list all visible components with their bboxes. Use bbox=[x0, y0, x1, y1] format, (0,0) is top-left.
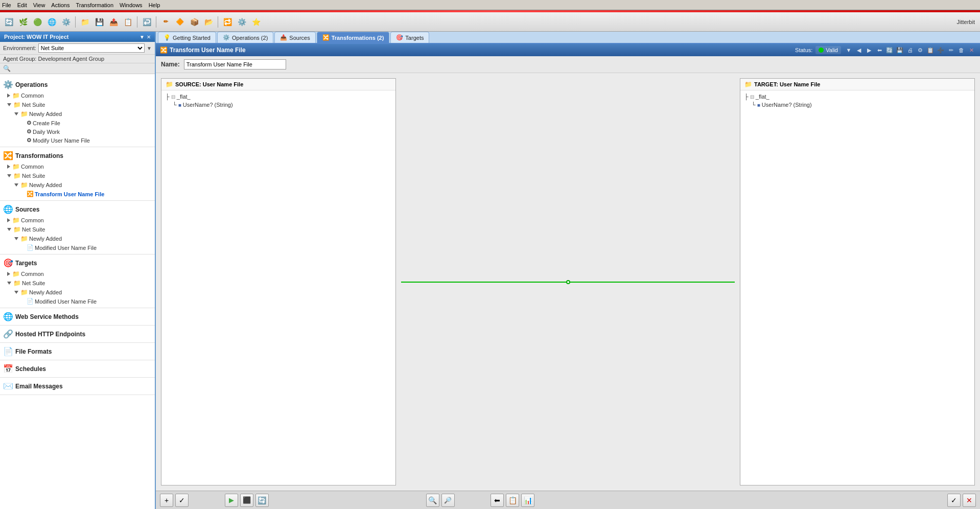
canvas-play-btn[interactable]: ▶ bbox=[225, 494, 238, 507]
canvas-close-btn[interactable]: ✕ bbox=[963, 494, 976, 507]
toolbar-btn-8[interactable]: 📤 bbox=[107, 15, 120, 29]
target-flat-row[interactable]: ├ ⊟ _flat_ bbox=[744, 92, 970, 101]
tgt-modified-file[interactable]: 📄 Modified User Name File bbox=[0, 297, 155, 306]
source-flat-row[interactable]: ├ ⊟ _flat_ bbox=[166, 92, 391, 101]
src-netsuite[interactable]: 📁 Net Suite bbox=[0, 225, 155, 234]
src-modified-file[interactable]: 📄 Modified User Name File bbox=[0, 243, 155, 252]
ops-modify-username[interactable]: ⚙ Modify User Name File bbox=[0, 136, 155, 145]
tab-trans-label: Transformations (2) bbox=[332, 35, 384, 41]
toolbar-btn-refresh[interactable]: 🔁 bbox=[221, 15, 234, 29]
canvas-check-btn[interactable]: ✓ bbox=[175, 494, 189, 507]
tab-getting-started[interactable]: 💡 Getting Started bbox=[158, 32, 216, 43]
section-sched-header[interactable]: 📅 Schedules bbox=[0, 362, 155, 375]
section-web-service-header[interactable]: 🌐 Web Service Methods bbox=[0, 310, 155, 323]
trans-netsuite-label: Net Suite bbox=[22, 173, 45, 179]
close-icon[interactable]: ✕ bbox=[147, 34, 151, 40]
main-container: Project: WOW IT Project ▼ ✕ Environment:… bbox=[0, 32, 980, 509]
tab-operations[interactable]: ⚙️ Operations (2) bbox=[217, 32, 273, 43]
ops-create-file[interactable]: ⚙ Create File bbox=[0, 119, 155, 127]
toolbar-btn-7[interactable]: 💾 bbox=[92, 15, 106, 29]
toolbar-btn-1[interactable]: 🔄 bbox=[2, 15, 15, 29]
menu-transformation[interactable]: Transformation bbox=[76, 2, 113, 8]
trans-common[interactable]: 📁 Common bbox=[0, 162, 155, 171]
src-newly-added[interactable]: 📁 Newly Added bbox=[0, 234, 155, 243]
header-icon-gear[interactable]: ⚙ bbox=[916, 45, 925, 55]
toolbar-btn-4[interactable]: 🌐 bbox=[45, 15, 58, 29]
section-email-icon: ✉️ bbox=[3, 381, 13, 391]
ops-daily-work[interactable]: ⚙ Daily Work bbox=[0, 127, 155, 136]
left-panel-header: Project: WOW IT Project ▼ ✕ bbox=[0, 32, 155, 42]
section-operations-header[interactable]: ⚙️ Operations bbox=[0, 78, 155, 91]
trans-netsuite[interactable]: 📁 Net Suite bbox=[0, 171, 155, 180]
tgt-netsuite[interactable]: 📁 Net Suite bbox=[0, 279, 155, 288]
canvas-zoom-out-btn[interactable]: 🔎 bbox=[441, 494, 455, 507]
target-field-row[interactable]: └ ■ UserName? (String) bbox=[744, 101, 970, 109]
section-sources-header[interactable]: 🌐 Sources bbox=[0, 203, 155, 216]
tgt-common[interactable]: 📁 Common bbox=[0, 269, 155, 279]
canvas-chart-btn[interactable]: 📊 bbox=[521, 494, 534, 507]
minimize-icon[interactable]: ▼ bbox=[139, 34, 145, 40]
tab-transformations[interactable]: 🔀 Transformations (2) bbox=[317, 32, 390, 43]
toolbar-btn-settings[interactable]: ⚙️ bbox=[235, 15, 248, 29]
header-icon-print[interactable]: 🖨 bbox=[905, 45, 915, 55]
section-http-header[interactable]: 🔗 Hosted HTTP Endpoints bbox=[0, 328, 155, 340]
header-icon-3[interactable]: ⬅ bbox=[875, 45, 884, 55]
toolbar-btn-2[interactable]: 🌿 bbox=[16, 15, 30, 29]
canvas-stop-btn[interactable]: ⬛ bbox=[240, 494, 253, 507]
toolbar-btn-star[interactable]: ⭐ bbox=[249, 15, 263, 29]
section-ff-header[interactable]: 📄 File Formats bbox=[0, 345, 155, 358]
menu-file[interactable]: File bbox=[2, 2, 11, 8]
tab-targets[interactable]: 🎯 Targets bbox=[390, 32, 429, 43]
name-field-input[interactable] bbox=[184, 59, 286, 70]
transformation-title: 🔀 Transform User Name File bbox=[160, 47, 246, 54]
toolbar-btn-folder2[interactable]: 📂 bbox=[202, 15, 215, 29]
canvas-fit-btn[interactable]: ✓ bbox=[947, 494, 961, 507]
toolbar-btn-3[interactable]: 🟢 bbox=[31, 15, 44, 29]
section-transformations-header[interactable]: 🔀 Transformations bbox=[0, 149, 155, 162]
canvas-refresh-btn[interactable]: 🔄 bbox=[255, 494, 269, 507]
section-targets-header[interactable]: 🎯 Targets bbox=[0, 257, 155, 269]
header-icon-delete[interactable]: 🗑 bbox=[956, 45, 966, 55]
canvas-clipboard-btn[interactable]: 📋 bbox=[506, 494, 519, 507]
trans-transform-file[interactable]: 🔀 Transform User Name File bbox=[0, 190, 155, 198]
trans-newly-added[interactable]: 📁 Newly Added bbox=[0, 180, 155, 190]
canvas-zoom-in-btn[interactable]: 🔍 bbox=[426, 494, 439, 507]
header-icon-add[interactable]: ➕ bbox=[936, 45, 945, 55]
toolbar-btn-edit[interactable]: ✏ bbox=[159, 15, 172, 29]
ops-newly-added[interactable]: 📁 Newly Added bbox=[0, 109, 155, 119]
ops-common[interactable]: 📁 Common bbox=[0, 91, 155, 100]
connector-line-right bbox=[570, 282, 735, 283]
header-icon-1[interactable]: ◀ bbox=[854, 45, 864, 55]
tgt-newly-added[interactable]: 📁 Newly Added bbox=[0, 288, 155, 297]
toolbar-btn-new[interactable]: 🔶 bbox=[173, 15, 186, 29]
tab-sources[interactable]: 📥 Sources bbox=[274, 32, 315, 43]
toolbar-btn-9[interactable]: 📋 bbox=[121, 15, 134, 29]
header-icon-copy[interactable]: 📋 bbox=[926, 45, 935, 55]
section-email-header[interactable]: ✉️ Email Messages bbox=[0, 380, 155, 392]
menu-edit[interactable]: Edit bbox=[17, 2, 27, 8]
src-common[interactable]: 📁 Common bbox=[0, 216, 155, 225]
header-dropdown-btn[interactable]: ▼ bbox=[844, 45, 853, 55]
header-icon-refresh[interactable]: 🔄 bbox=[885, 45, 894, 55]
header-icon-edit[interactable]: ✏ bbox=[946, 45, 955, 55]
canvas-back-btn[interactable]: ⬅ bbox=[491, 494, 504, 507]
header-icon-close[interactable]: ✕ bbox=[967, 45, 976, 55]
menu-windows[interactable]: Windows bbox=[120, 2, 143, 8]
toolbar-btn-10[interactable]: ↩️ bbox=[140, 15, 153, 29]
environment-select[interactable]: Net Suite bbox=[38, 43, 145, 53]
header-icon-save[interactable]: 💾 bbox=[895, 45, 904, 55]
toolbar-btn-5[interactable]: ⚙️ bbox=[59, 15, 73, 29]
source-field-row[interactable]: └ ■ UserName? (String) bbox=[166, 101, 391, 109]
canvas-add-btn[interactable]: + bbox=[160, 494, 173, 507]
tri-icon bbox=[14, 183, 18, 187]
toolbar-btn-pkg[interactable]: 📦 bbox=[188, 15, 201, 29]
menu-help[interactable]: Help bbox=[149, 2, 160, 8]
menu-actions[interactable]: Actions bbox=[51, 2, 69, 8]
section-operations-label: Operations bbox=[15, 81, 48, 88]
env-arrow[interactable]: ▼ bbox=[147, 45, 152, 51]
header-icon-2[interactable]: ▶ bbox=[865, 45, 874, 55]
status-label: Status: bbox=[795, 47, 812, 53]
toolbar-btn-6[interactable]: 📁 bbox=[78, 15, 91, 29]
ops-netsuite[interactable]: 📁 Net Suite bbox=[0, 100, 155, 109]
menu-view[interactable]: View bbox=[33, 2, 45, 8]
